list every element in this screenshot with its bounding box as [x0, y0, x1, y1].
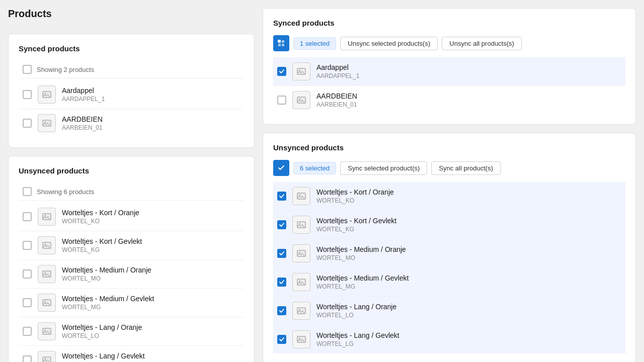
left-unsynced-title: Unsynced products [19, 166, 244, 175]
svg-point-9 [45, 273, 46, 274]
right-unsynced-row5-checkbox[interactable] [277, 306, 286, 315]
left-unsynced-select-all-checkbox[interactable] [23, 187, 32, 196]
right-synced-selected-count: 1 selected [293, 37, 336, 50]
right-unsynced-row4-checkbox[interactable] [277, 278, 286, 287]
product-name: Worteltjes - Lang / Gevlekt [316, 331, 399, 339]
svg-point-20 [299, 99, 301, 100]
sync-selected-button[interactable]: Sync selected product(s) [340, 161, 427, 175]
right-unsynced-card: Unsynced products 6 selected Sync select… [263, 133, 636, 362]
table-row[interactable]: Worteltjes - Lang / Oranje WORTEL_LO [19, 317, 244, 346]
product-name: Worteltjes - Medium / Oranje [316, 245, 406, 253]
product-info: AARDBEIEN AARBEIEN_01 [316, 92, 357, 108]
left-unsynced-row4-checkbox[interactable] [23, 298, 32, 307]
left-synced-card: Synced products Showing 2 products Aarda… [8, 34, 255, 148]
right-unsynced-row1-checkbox[interactable] [277, 192, 286, 201]
product-info: Worteltjes - Kort / Gevlekt WORTEL_KG [62, 237, 142, 253]
product-info: Worteltjes - Medium / Oranje WORTEL_MO [62, 266, 151, 282]
svg-point-24 [299, 223, 301, 225]
table-row[interactable]: AARDBEIEN AARBEIEN_01 [273, 86, 625, 114]
right-synced-row2-checkbox[interactable] [277, 96, 286, 105]
product-info: Worteltjes - Lang / Oranje WORTEL_LO [316, 303, 396, 319]
product-image [292, 62, 310, 80]
product-image [38, 85, 56, 104]
svg-point-22 [299, 195, 301, 196]
left-synced-title: Synced products [19, 44, 244, 53]
unsync-selected-button[interactable]: Unsync selected products(s) [340, 37, 438, 50]
product-sku: WORTEL_MG [62, 304, 154, 311]
product-sku: WORTEL_LO [62, 332, 142, 339]
svg-point-5 [45, 215, 46, 217]
svg-point-13 [45, 330, 46, 331]
table-row[interactable]: Worteltjes - Lang / Gevlekt WORTEL_LG [273, 325, 625, 353]
product-sku: AARDAPPEL_1 [62, 96, 105, 103]
right-synced-toolbar: 1 selected Unsync selected products(s) U… [273, 35, 625, 51]
table-row[interactable]: Worteltjes - Kort / Gevlekt WORTEL_KG [273, 211, 625, 239]
product-image [38, 114, 56, 132]
right-unsynced-toolbar: 6 selected Sync selected product(s) Sync… [273, 160, 625, 176]
product-info: Worteltjes - Medium / Gevlekt WORTEL_MG [62, 295, 154, 311]
table-row[interactable]: Worteltjes - Medium / Oranje WORTEL_MO [273, 239, 625, 268]
svg-point-28 [299, 281, 301, 282]
table-row[interactable]: Aardappel AARDAPPEL_1 [19, 80, 244, 109]
product-name: Worteltjes - Lang / Oranje [316, 303, 396, 311]
right-synced-select-all-button[interactable] [273, 35, 289, 51]
table-row[interactable]: Worteltjes - Medium / Oranje WORTEL_MO [19, 260, 244, 289]
svg-point-18 [299, 70, 301, 71]
product-info: Aardappel AARDAPPEL_1 [62, 86, 105, 103]
svg-point-11 [45, 301, 46, 303]
table-row[interactable]: Worteltjes - Lang / Oranje WORTEL_LO [273, 297, 625, 325]
product-sku: WORTEL_KO [316, 197, 394, 204]
left-unsynced-row2-checkbox[interactable] [23, 241, 32, 250]
product-name: Aardappel [316, 63, 359, 71]
left-unsynced-row6-checkbox[interactable] [23, 355, 32, 362]
left-unsynced-product-list: Worteltjes - Kort / Oranje WORTEL_KO Wor… [19, 203, 244, 362]
table-row[interactable]: Worteltjes - Kort / Gevlekt WORTEL_KG [19, 231, 244, 260]
table-row[interactable]: Worteltjes - Medium / Gevlekt WORTEL_MG [19, 289, 244, 317]
product-image [292, 330, 310, 348]
svg-point-30 [299, 309, 301, 311]
product-info: Worteltjes - Kort / Gevlekt WORTEL_KG [316, 217, 396, 233]
table-row[interactable]: Worteltjes - Medium / Gevlekt WORTEL_MG [273, 268, 625, 297]
product-image [292, 91, 310, 109]
left-synced-row2-checkbox[interactable] [23, 119, 32, 128]
product-name: Worteltjes - Kort / Oranje [62, 209, 139, 217]
product-name: Worteltjes - Medium / Oranje [62, 266, 151, 274]
left-unsynced-row5-checkbox[interactable] [23, 327, 32, 336]
product-image [38, 322, 56, 340]
unsync-all-button[interactable]: Unsync all products(s) [442, 37, 522, 50]
right-unsynced-row2-checkbox[interactable] [277, 220, 286, 229]
right-unsynced-row3-checkbox[interactable] [277, 249, 286, 258]
product-name: Aardappel [62, 86, 105, 95]
product-sku: WORTEL_MG [316, 283, 409, 290]
svg-point-3 [45, 122, 46, 123]
right-unsynced-select-all-button[interactable] [273, 160, 289, 176]
right-synced-row1-checkbox[interactable] [277, 67, 286, 76]
sync-all-button[interactable]: Sync all product(s) [431, 161, 501, 175]
left-synced-select-all-checkbox[interactable] [23, 65, 32, 74]
product-image [38, 265, 56, 283]
right-unsynced-row6-checkbox[interactable] [277, 335, 286, 344]
svg-point-7 [45, 244, 46, 245]
product-name: Worteltjes - Kort / Gevlekt [62, 237, 142, 245]
product-image [38, 236, 56, 254]
table-row[interactable]: Worteltjes - Kort / Oranje WORTEL_KO [19, 203, 244, 231]
product-name: Worteltjes - Medium / Gevlekt [316, 274, 409, 282]
table-row[interactable]: Aardappel AARDAPPEL_1 [273, 57, 625, 86]
table-row[interactable]: Worteltjes - Lang / Gevlekt WORTEL_LG [19, 346, 244, 362]
product-sku: WORTEL_KO [62, 218, 139, 225]
left-synced-row1-checkbox[interactable] [23, 90, 32, 99]
left-unsynced-row3-checkbox[interactable] [23, 269, 32, 279]
product-sku: WORTEL_MO [62, 275, 151, 282]
left-unsynced-row1-checkbox[interactable] [23, 212, 32, 221]
product-info: Worteltjes - Lang / Gevlekt WORTEL_LG [62, 352, 145, 362]
product-image [38, 208, 56, 226]
page-title: Products [8, 8, 255, 20]
product-info: Worteltjes - Medium / Gevlekt WORTEL_MG [316, 274, 409, 290]
product-name: Worteltjes - Kort / Oranje [316, 188, 394, 196]
table-row[interactable]: Worteltjes - Kort / Oranje WORTEL_KO [273, 182, 625, 211]
product-sku: WORTEL_MO [316, 254, 406, 261]
svg-rect-16 [278, 40, 281, 43]
right-synced-card: Synced products 1 selected Unsync select… [263, 8, 636, 125]
right-synced-title: Synced products [273, 19, 625, 27]
table-row[interactable]: AARDBEIEN AARBEIEN_01 [19, 109, 244, 137]
